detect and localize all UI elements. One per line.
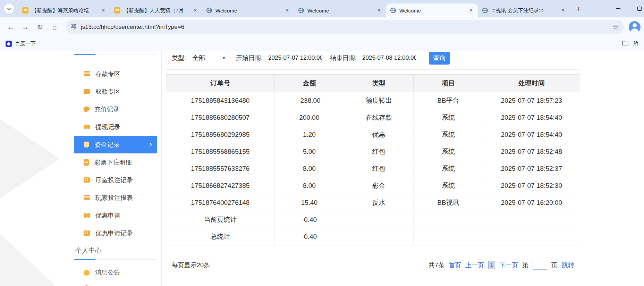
tab-close-icon[interactable]: ×: [468, 7, 474, 14]
minimize-icon: [616, 8, 620, 9]
tab-strip: 【新提醒】海燕策略论坛 × 【新提醒】天天竞猜（7月 × Welcome × W…: [18, 3, 570, 17]
sidebar-item-promo-apply-record[interactable]: 优惠申请记录: [74, 224, 157, 242]
globe-icon: [206, 7, 212, 14]
globe-icon: [482, 7, 488, 14]
bookmark-baidu[interactable]: 百度一下: [6, 40, 36, 47]
tab-close-icon[interactable]: ×: [376, 7, 382, 14]
browser-tab-3[interactable]: Welcome ×: [202, 3, 294, 17]
table-header-row: 订单号 金额 类型 项目 处理时间: [166, 75, 580, 92]
table-row: 17518855576332768.00红包系统2025-07-07 18:52…: [166, 160, 580, 177]
window-maximize-button[interactable]: [636, 5, 643, 12]
tab-close-icon[interactable]: ×: [284, 7, 290, 14]
tab-title: 【新提醒】天天竞猜（7月: [124, 7, 189, 14]
sidebar-item-messages[interactable]: 消息公告: [74, 263, 157, 281]
sidebar-item-lottery-bet-detail[interactable]: 彩票下注明细: [74, 153, 157, 171]
end-date-input[interactable]: [359, 52, 419, 64]
decorative-triangle: [0, 222, 58, 286]
browser-tab-1[interactable]: 【新提醒】海燕策略论坛 ×: [18, 3, 110, 17]
sidebar-item-hall-bet-record[interactable]: 厅室投注记录: [74, 171, 157, 189]
tab-close-icon[interactable]: ×: [192, 7, 198, 14]
folder-icon[interactable]: [622, 40, 628, 47]
profile-avatar[interactable]: [629, 21, 641, 33]
browser-tab-5-active[interactable]: Welcome ×: [386, 3, 478, 17]
col-order-id: 订单号: [166, 75, 274, 92]
site-settings-icon[interactable]: [71, 23, 77, 31]
sidebar-item-recharge-record[interactable]: 充值记录: [74, 100, 157, 118]
hall-bet-record-icon: [84, 177, 90, 183]
maximize-icon: [637, 7, 642, 11]
tab-title: 【新提醒】海燕策略论坛: [32, 7, 97, 14]
col-process-time: 处理时间: [483, 75, 580, 92]
type-select-value: 全部: [193, 54, 205, 62]
table-row: 1751885843136480-238.00额度转出BB平台2025-07-0…: [166, 92, 580, 109]
decorative-triangle: [0, 119, 60, 198]
prev-page-link[interactable]: 上一页: [465, 261, 484, 269]
web-page: 财务中心 存款专区 取款专区 充值记录 提现记录: [0, 51, 644, 286]
sidebar-item-promo-apply[interactable]: 优惠申请: [74, 207, 157, 224]
start-date-input[interactable]: [265, 52, 325, 64]
home-button[interactable]: ⌂: [48, 20, 61, 34]
browser-tab-2[interactable]: 【新提醒】天天竞猜（7月 ×: [110, 3, 202, 17]
refresh-button[interactable]: ↻: [33, 20, 46, 34]
bookmark-label: 百度一下: [15, 40, 36, 47]
bell-icon: [84, 270, 90, 275]
type-select[interactable]: 全部 ▼: [189, 52, 229, 64]
col-type: 类型: [344, 75, 414, 92]
chevron-down-icon: ▼: [222, 56, 226, 60]
all-bookmarks-label[interactable]: 所: [633, 40, 638, 47]
bookmark-star-icon[interactable]: ☆: [613, 23, 619, 31]
tab-title: Welcome: [307, 8, 373, 14]
start-date-label: 开始日期:: [236, 54, 263, 62]
promo-apply-icon: [84, 213, 90, 218]
tab-title: Welcome: [215, 8, 281, 14]
back-button[interactable]: ←: [4, 20, 17, 34]
forward-button[interactable]: →: [19, 20, 32, 34]
table-row: 17518855688651555.00红包系统2025-07-07 18:52…: [166, 143, 580, 160]
sidebar-section-personal: 个人中心: [74, 242, 156, 260]
tab-close-icon[interactable]: ×: [560, 7, 566, 14]
address-bar[interactable]: js13.cc/hhcp/usercenter.html?iniType=6 ☆: [66, 20, 624, 34]
sidebar-item-deposit-zone[interactable]: 存款专区: [74, 65, 157, 83]
browser-tab-4[interactable]: Welcome ×: [294, 3, 386, 17]
page-size-text: 每页显示20条: [172, 261, 210, 269]
baidu-favicon: [6, 41, 12, 47]
withdraw-money-icon: [84, 89, 90, 94]
tab-search-button[interactable]: [4, 4, 14, 14]
jump-link[interactable]: 跳转: [562, 261, 574, 269]
table-row: 175187640027614815.40反水BB视讯2025-07-07 16…: [166, 194, 580, 211]
records-table-container: 订单号 金额 类型 项目 处理时间 1751885843136480-238.0…: [166, 74, 580, 245]
main-content: 类型: 全部 ▼ 开始日期: 结束日期: 查询 订单号 金额: [166, 51, 580, 286]
filter-bar: 类型: 全部 ▼ 开始日期: 结束日期: 查询: [166, 51, 580, 70]
sidebar-menu-personal: 消息公告: [74, 263, 161, 286]
sidebar-item-funds-record[interactable]: 资金记录: [74, 136, 157, 153]
first-page-link[interactable]: 首页: [449, 261, 461, 269]
page-number-input[interactable]: [533, 261, 547, 270]
type-label: 类型:: [172, 54, 186, 62]
table-row: 17518668274273858.00彩金系统2025-07-07 18:52…: [166, 177, 580, 194]
divider: [617, 40, 617, 48]
table-row-page-total: 当前页统计-0.40: [166, 211, 580, 228]
tab-close-icon[interactable]: ×: [100, 7, 107, 14]
search-button[interactable]: 查询: [429, 52, 450, 65]
tab-title: :::视讯 会员下注纪录:::: [491, 7, 557, 14]
promo-apply-record-icon: [84, 230, 90, 236]
table-row: 1751885680280507200.00在线存款系统2025-07-07 1…: [166, 109, 580, 126]
url-text[interactable]: js13.cc/hhcp/usercenter.html?iniType=6: [81, 24, 609, 31]
col-project: 项目: [414, 75, 483, 92]
page-word-before: 第: [522, 261, 528, 269]
globe-icon: [390, 7, 396, 14]
browser-tab-6[interactable]: :::视讯 会员下注纪录::: ×: [478, 3, 570, 17]
sidebar-item-withdrawal-record[interactable]: 提现记录: [74, 118, 157, 136]
end-date-label: 结束日期:: [330, 54, 357, 62]
new-tab-button[interactable]: +: [574, 5, 583, 14]
bookmarks-right: 所: [617, 40, 638, 48]
current-page-indicator[interactable]: 1: [488, 261, 495, 269]
window-minimize-button[interactable]: [614, 5, 622, 12]
next-page-link[interactable]: 下一页: [499, 261, 518, 269]
sidebar-item-withdraw-zone[interactable]: 取款专区: [74, 83, 157, 100]
globe-icon: [298, 7, 304, 14]
browser-toolbar: ← → ↻ ⌂ js13.cc/hhcp/usercenter.html?ini…: [0, 17, 644, 36]
sidebar-item-player-bet-report[interactable]: 玩家投注报表: [74, 189, 157, 207]
player-bet-report-icon: [84, 195, 90, 200]
sidebar-item-partial[interactable]: [74, 281, 157, 286]
